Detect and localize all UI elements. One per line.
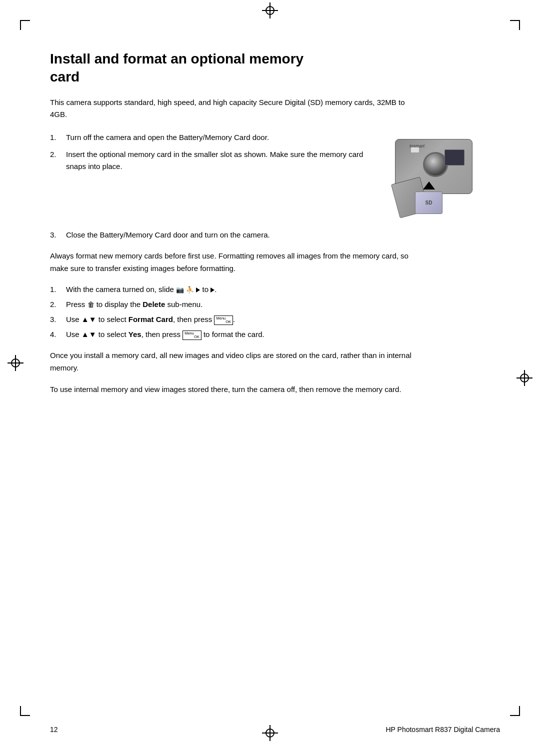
menu-ok-icon-4: MenuOK xyxy=(182,330,202,340)
step-content-3: Close the Battery/Memory Card door and t… xyxy=(66,229,500,241)
camera-flash xyxy=(410,147,420,153)
format-step-4: 4. Use ▲▼ to select Yes, then press Menu… xyxy=(50,328,500,340)
format-steps-section: 1. With the camera turned on, slide 📷 ⛹︎… xyxy=(50,284,500,340)
page-footer: 12 HP Photosmart R837 Digital Camera xyxy=(50,726,500,734)
arrows-icon-4: ▲▼ xyxy=(82,330,96,338)
step-content-2: Insert the optional memory card in the s… xyxy=(66,148,370,172)
install-step-2: 2. Insert the optional memory card in th… xyxy=(50,148,370,172)
page-title: Install and format an optional memory ca… xyxy=(50,50,310,86)
crosshair-top xyxy=(262,2,278,18)
reg-mark-top-right xyxy=(505,20,520,35)
arrow-up-icon xyxy=(423,182,435,190)
install-section: 1. Turn off the camera and open the Batt… xyxy=(50,132,500,224)
format-step-1: 1. With the camera turned on, slide 📷 ⛹︎… xyxy=(50,284,500,296)
format-step-num-2: 2. xyxy=(50,298,66,310)
format-step-num-1: 1. xyxy=(50,284,66,296)
format-step-content-4: Use ▲▼ to select Yes, then press MenuOK … xyxy=(66,328,500,340)
format-step-content-2: Press 🗑 to display the Delete sub-menu. xyxy=(66,298,500,310)
install-steps-list: 1. Turn off the camera and open the Batt… xyxy=(50,132,370,172)
play-icon-small xyxy=(196,288,200,292)
format-card-bold: Format Card xyxy=(128,315,173,324)
product-name: HP Photosmart R837 Digital Camera xyxy=(386,726,500,734)
format-step-2: 2. Press 🗑 to display the Delete sub-men… xyxy=(50,298,500,310)
crosshair-right xyxy=(516,370,532,386)
reg-mark-bottom-left xyxy=(20,701,35,716)
yes-bold: Yes xyxy=(128,330,142,338)
page: Install and format an optional memory ca… xyxy=(0,0,540,756)
install-step3-list: 3. Close the Battery/Memory Card door an… xyxy=(50,229,500,241)
intro-paragraph: This camera supports standard, high spee… xyxy=(50,96,420,120)
camera-image-area: tosmart xyxy=(380,134,500,224)
memory-card xyxy=(415,192,442,214)
play-icon-target xyxy=(210,288,214,292)
format-step-3: 3. Use ▲▼ to select Format Card, then pr… xyxy=(50,314,500,326)
reg-mark-top-left xyxy=(20,20,35,35)
install-steps-left: 1. Turn off the camera and open the Batt… xyxy=(50,132,380,182)
delete-bold: Delete xyxy=(142,300,165,308)
outro-paragraph-1: Once you install a memory card, all new … xyxy=(50,350,420,374)
reg-mark-bottom-right xyxy=(505,701,520,716)
format-intro-paragraph: Always format new memory cards before fi… xyxy=(50,250,420,275)
trash-icon: 🗑 xyxy=(88,299,94,310)
step-content-1: Turn off the camera and open the Battery… xyxy=(66,132,370,144)
memory-card-arrow xyxy=(415,182,442,214)
install-step-3: 3. Close the Battery/Memory Card door an… xyxy=(50,229,500,241)
format-steps-list: 1. With the camera turned on, slide 📷 ⛹︎… xyxy=(50,284,500,340)
format-step-content-3: Use ▲▼ to select Format Card, then press… xyxy=(66,314,500,326)
page-number: 12 xyxy=(50,726,58,734)
arrows-icon-3: ▲▼ xyxy=(82,315,96,324)
outro-paragraph-2: To use internal memory and view images s… xyxy=(50,384,420,396)
camera-screen xyxy=(444,150,464,166)
menu-ok-icon-3: MenuOK xyxy=(214,316,233,325)
format-step-num-3: 3. xyxy=(50,314,66,326)
step-num-1: 1. xyxy=(50,132,66,144)
step-num-3: 3. xyxy=(50,229,66,241)
step-num-2: 2. xyxy=(50,148,66,160)
camera-illustration: tosmart xyxy=(385,134,500,224)
install-step-1: 1. Turn off the camera and open the Batt… xyxy=(50,132,370,144)
camera-mode-icon: 📷 xyxy=(176,285,184,296)
format-step-num-4: 4. xyxy=(50,328,66,340)
crosshair-left xyxy=(8,355,24,371)
format-step-content-1: With the camera turned on, slide 📷 ⛹︎ to… xyxy=(66,284,500,296)
scene-mode-icon: ⛹ xyxy=(186,285,194,296)
